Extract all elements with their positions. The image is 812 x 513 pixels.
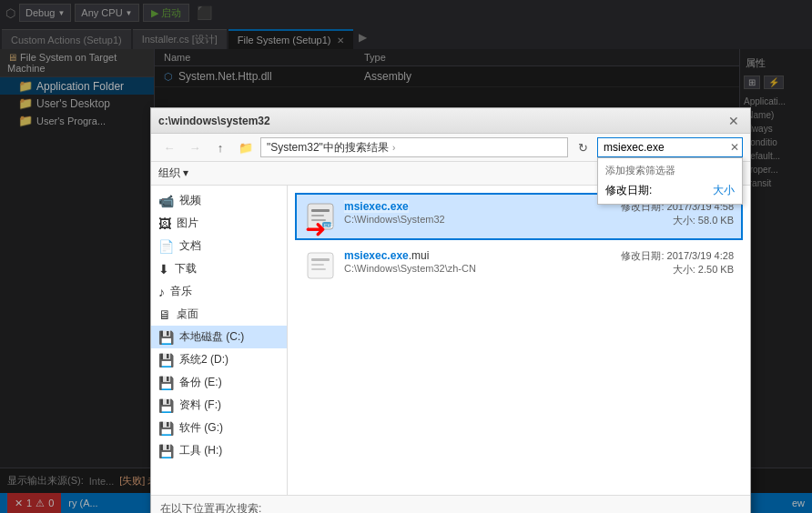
dialog-file-main: EXE msiexec.exe C:\Windows\System32 修改日期… — [288, 186, 750, 495]
search-again-section: 在以下位置再次搜索: 📚 库 🏠 家庭组 🖥 此电脑 ⚙ 自定义... — [151, 495, 750, 513]
search-dropdown: 添加搜索筛选器 修改日期: 大小 — [597, 157, 743, 205]
sidebar-item-g-drive[interactable]: 💾 软件 (G:) — [151, 417, 287, 439]
sidebar-item-download[interactable]: ⬇ 下载 — [151, 257, 287, 280]
breadcrumb-arrow: › — [392, 143, 395, 153]
drive-g-icon: 💾 — [158, 421, 174, 436]
nav-back-button[interactable]: ← — [158, 137, 180, 157]
sidebar-item-music[interactable]: ♪ 音乐 — [151, 280, 287, 303]
search-box-wrapper: ✕ 添加搜索筛选器 修改日期: 大小 — [597, 137, 743, 157]
sidebar-item-h-drive[interactable]: 💾 工具 (H:) — [151, 439, 287, 462]
sidebar-item-c-drive[interactable]: 💾 本地磁盘 (C:) — [151, 326, 287, 348]
document-icon: 📄 — [158, 239, 174, 254]
nav-location-button[interactable]: 📁 — [235, 137, 257, 157]
download-icon: ⬇ — [158, 262, 169, 277]
sidebar-item-desktop[interactable]: 🖥 桌面 — [151, 303, 287, 326]
sidebar-item-document[interactable]: 📄 文档 — [151, 235, 287, 257]
music-icon: ♪ — [158, 285, 165, 299]
nav-up-button[interactable]: ↑ — [209, 137, 231, 157]
file-path-2: C:\Windows\System32\zh-CN — [344, 263, 599, 274]
file-entry-info-2: msiexec.exe.mui C:\Windows\System32\zh-C… — [344, 249, 599, 274]
picture-icon: 🖼 — [158, 216, 171, 231]
file-meta-2: 修改日期: 2017/3/19 4:28 大小: 2.50 KB — [606, 249, 734, 277]
drive-c-icon: 💾 — [158, 330, 174, 345]
dialog-title: c:\windows\system32 — [158, 115, 270, 127]
search-dd-header: 添加搜索筛选器 — [598, 162, 742, 179]
svg-rect-1 — [311, 209, 330, 212]
exe-icon-2 — [304, 249, 337, 282]
sidebar-item-e-drive[interactable]: 💾 备份 (E:) — [151, 371, 287, 394]
search-input[interactable] — [597, 137, 743, 157]
organize-button[interactable]: 组织 ▾ — [158, 166, 188, 181]
nav-refresh-button[interactable]: ↻ — [572, 137, 594, 157]
search-again-label: 在以下位置再次搜索: — [160, 501, 741, 513]
red-arrow-indicator: ➜ — [305, 214, 326, 244]
desktop-icon: 🖥 — [158, 307, 171, 322]
video-icon: 📹 — [158, 194, 174, 208]
drive-d-icon: 💾 — [158, 353, 174, 367]
search-dd-row[interactable]: 修改日期: 大小 — [598, 181, 742, 200]
file-entry-info-1: msiexec.exe C:\Windows\System32 — [344, 200, 599, 225]
sidebar-item-picture[interactable]: 🖼 图片 — [151, 212, 287, 235]
svg-rect-9 — [311, 268, 326, 270]
dialog-close-button[interactable]: ✕ — [725, 114, 743, 128]
nav-forward-button[interactable]: → — [184, 137, 206, 157]
svg-rect-7 — [311, 258, 330, 261]
drive-h-icon: 💾 — [158, 444, 174, 458]
file-path-1: C:\Windows\System32 — [344, 214, 599, 225]
file-name-1: msiexec.exe — [344, 200, 599, 213]
dialog-sidebar: 📹 视频 🖼 图片 📄 文档 ⬇ 下载 ♪ 音乐 — [151, 186, 288, 495]
sidebar-item-video[interactable]: 📹 视频 — [151, 189, 287, 212]
sidebar-item-d-drive[interactable]: 💾 系统2 (D:) — [151, 348, 287, 371]
file-entry-msiexec-mui[interactable]: msiexec.exe.mui C:\Windows\System32\zh-C… — [295, 242, 743, 289]
file-dialog: c:\windows\system32 ✕ ← → ↑ 📁 "System32"… — [150, 107, 751, 513]
file-name-2: msiexec.exe.mui — [344, 249, 599, 262]
dialog-body: 📹 视频 🖼 图片 📄 文档 ⬇ 下载 ♪ 音乐 — [151, 186, 750, 495]
dialog-nav-toolbar: ← → ↑ 📁 "System32"中的搜索结果 › ↻ ✕ 添加搜索筛选器 修… — [151, 134, 750, 162]
dialog-titlebar: c:\windows\system32 ✕ — [151, 108, 750, 134]
search-clear-icon[interactable]: ✕ — [730, 141, 739, 154]
dialog-overlay: c:\windows\system32 ✕ ← → ↑ 📁 "System32"… — [0, 0, 812, 513]
drive-f-icon: 💾 — [158, 398, 174, 413]
drive-e-icon: 💾 — [158, 376, 174, 390]
sidebar-item-f-drive[interactable]: 💾 资料 (F:) — [151, 394, 287, 417]
breadcrumb-bar: "System32"中的搜索结果 › — [260, 137, 568, 157]
breadcrumb-text: "System32"中的搜索结果 — [267, 140, 389, 156]
svg-rect-8 — [311, 264, 324, 266]
